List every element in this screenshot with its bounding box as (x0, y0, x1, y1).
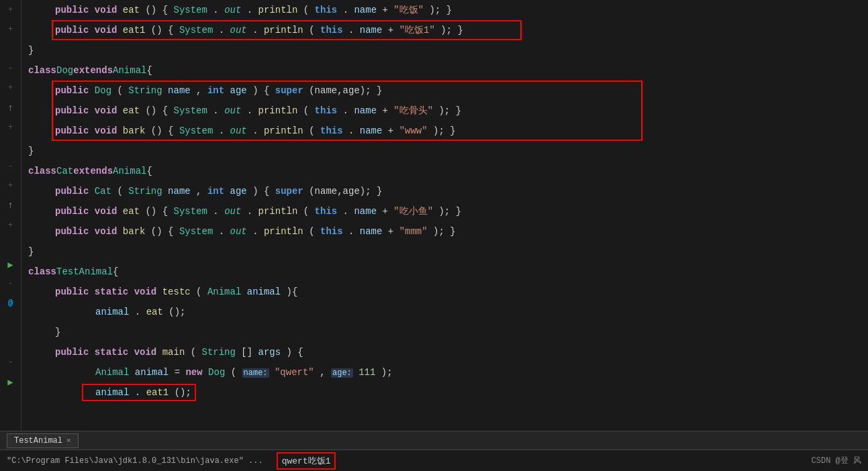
system-1: System (174, 5, 207, 15)
method-eat-11: eat (123, 206, 140, 217)
at-icon: @ (8, 299, 13, 308)
gutter-row-18b: ▶ (0, 372, 21, 392)
fold-main[interactable]: - (8, 358, 13, 367)
gutter-row-19 (0, 392, 21, 411)
string-type-5: String (128, 85, 162, 96)
fold-icon-5[interactable]: + (8, 83, 13, 93)
bottom-bar: TestAnimal × "C:\Program Files\Java\jdk1… (0, 431, 868, 471)
console-result: qwert吃饭1 (277, 452, 336, 470)
str-eat1-2: "吃饭1" (399, 25, 435, 36)
keyword-class-dog: class (28, 60, 56, 81)
code-line-14: class TestAnimal { (21, 262, 868, 282)
tab-test-animal[interactable]: TestAnimal × (7, 433, 79, 448)
code-line-5: public Dog ( String name , int age ) { s… (21, 81, 868, 101)
fold-icon-10[interactable]: + (8, 181, 13, 191)
gutter-row-4: - (0, 59, 21, 78)
string-type-10: String (128, 186, 162, 197)
classname-animal-cat: Animal (113, 161, 146, 181)
fold-class-dog[interactable]: - (8, 64, 13, 73)
keyword-public-15: public (55, 286, 89, 297)
code-line-11: public void eat () { System . out . prin… (21, 201, 868, 221)
animal-param-15: animal (247, 286, 281, 297)
code-line-8: } (21, 141, 868, 161)
str-fish: "吃小鱼" (393, 206, 433, 217)
keyword-static-15: static (95, 286, 128, 297)
this-12: this (320, 226, 343, 237)
name-2: name (360, 25, 383, 36)
name-12: name (360, 226, 383, 237)
animal-type-15: Animal (207, 286, 241, 297)
dog-type-19: Dog (208, 367, 225, 378)
fold-testc[interactable]: - (8, 279, 13, 289)
arrow-right-main: ▶ (7, 376, 13, 388)
console-output: "C:\Program Files\Java\jdk1.8.0_131\bin\… (0, 450, 868, 471)
eat-call-16: eat (146, 307, 163, 317)
out-11: out (224, 206, 241, 217)
gutter-row-6: ↑ (0, 98, 21, 117)
system-7: System (179, 125, 213, 136)
keyword-void-11: void (95, 206, 117, 217)
gutter-row-2: + (0, 19, 21, 39)
tab-close-icon[interactable]: × (66, 437, 71, 445)
classname-dog-ctor: Dog (95, 85, 111, 96)
name-1: name (354, 5, 377, 15)
code-line-1: public void eat () { System . out . prin… (21, 0, 868, 20)
keyword-public-6: public (55, 105, 89, 116)
code-line-2: public void eat1 () { System . out . pri… (21, 20, 868, 40)
arrow-right-icon-14: ▶ (7, 259, 13, 270)
arrow-up-icon-6: ↑ (7, 103, 13, 113)
classname-animal-dog: Animal (113, 60, 146, 81)
keyword-void-15: void (134, 286, 157, 297)
fold-class-cat[interactable]: - (8, 162, 13, 171)
this-2: this (320, 25, 343, 36)
gutter-row-13 (0, 235, 21, 254)
code-line-18: public static void main ( String [] args… (21, 342, 868, 362)
keyword-class-cat: class (28, 161, 56, 181)
code-line-13: } (21, 242, 868, 262)
system-12: System (179, 226, 213, 237)
keyword-class-test: class (28, 262, 56, 282)
super-10: super (275, 186, 303, 197)
arrow-up-icon-11: ↑ (7, 200, 13, 211)
gutter-row-1: + (0, 0, 21, 19)
fold-icon-2[interactable]: + (8, 25, 13, 34)
fold-icon-7[interactable]: + (8, 123, 13, 132)
keyword-public-10: public (55, 186, 89, 197)
out-6: out (224, 105, 241, 116)
gutter-row-10: + (0, 176, 21, 196)
gutter-row-8 (0, 137, 21, 156)
println-7: println (264, 125, 303, 136)
out-2: out (230, 25, 247, 36)
keyword-void-1: void (95, 5, 117, 15)
println-11: println (258, 206, 298, 217)
method-eat-1: eat (123, 5, 140, 15)
gutter-row-12: + (0, 215, 21, 235)
code-line-6: public void eat () { System . out . prin… (21, 101, 868, 121)
str-mmm: "mmm" (399, 226, 428, 237)
gutter-row-11: ↑ (0, 196, 21, 215)
gutter-row-9: - (0, 157, 21, 176)
super-5: super (275, 85, 303, 96)
code-content: public void eat () { System . out . prin… (21, 0, 868, 431)
str-eat-1: "吃饭" (393, 5, 424, 15)
keyword-public-5: public (55, 85, 89, 96)
tab-bar: TestAnimal × (0, 431, 868, 450)
str-bone: "吃骨头" (393, 105, 433, 116)
gutter-row-18: - (0, 352, 21, 372)
gutter-row-15b: @ (0, 294, 21, 313)
fold-icon-12[interactable]: + (8, 221, 13, 230)
fold-icon-1[interactable]: + (8, 5, 13, 15)
classname-cat: Cat (56, 161, 73, 181)
this-7: this (320, 125, 343, 136)
keyword-void-7: void (95, 125, 117, 136)
param-name-10: name (168, 186, 191, 197)
keyword-void-2: void (95, 25, 117, 36)
name-7: name (360, 125, 383, 136)
code-line-9: class Cat extends Animal { (21, 161, 868, 181)
eat1-call-20: eat1 (146, 387, 169, 398)
method-main-18: main (162, 347, 185, 358)
code-line-17: } (21, 322, 868, 342)
classname-dog: Dog (56, 60, 73, 81)
method-testc-15: testc (162, 286, 191, 297)
code-line-19: Animal animal = new Dog ( name: "qwert" … (21, 362, 868, 382)
